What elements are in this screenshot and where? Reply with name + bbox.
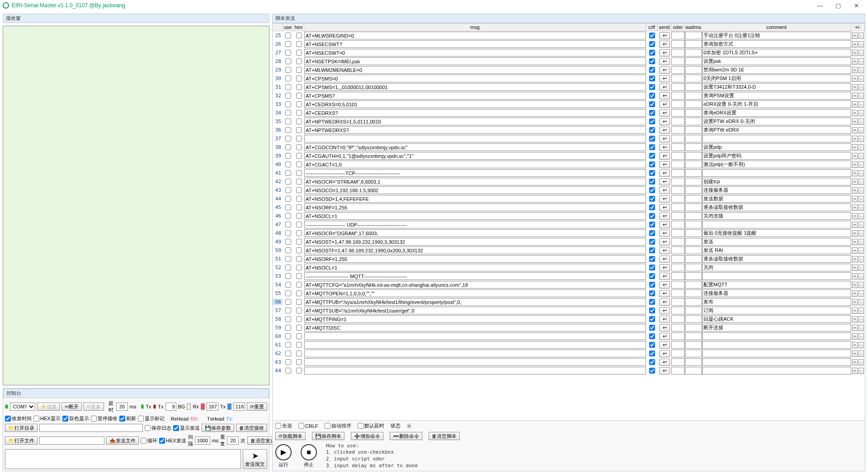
waitms-input[interactable] [685,75,702,82]
waitms-input[interactable] [685,57,702,65]
add-row-button[interactable]: + [852,368,858,374]
waitms-input[interactable] [685,255,702,263]
msg-input[interactable] [304,195,646,203]
use-checkbox[interactable] [285,67,291,73]
crlf-checkbox[interactable] [649,58,655,64]
crlf-checkbox[interactable] [649,282,655,288]
stop-button[interactable]: ■ [301,444,317,460]
hex-checkbox[interactable] [296,222,302,228]
oder-input[interactable] [671,49,685,57]
use-checkbox[interactable] [285,196,291,202]
send-row-button[interactable]: ↩ [659,230,670,237]
msg-input[interactable] [304,143,646,151]
crlf-checkbox[interactable] [649,325,655,331]
waitms-input[interactable] [685,324,702,332]
crlf-checkbox[interactable] [649,33,655,38]
hex-checkbox[interactable] [296,179,302,185]
send-row-button[interactable]: ↩ [659,264,670,271]
hex-checkbox[interactable] [296,76,302,81]
msg-input[interactable] [304,246,646,254]
crlf-checkbox[interactable] [649,41,655,47]
send-row-button[interactable]: ↩ [659,170,670,177]
add-row-button[interactable]: + [852,179,858,185]
oder-input[interactable] [671,341,685,349]
open-file-button[interactable]: 📁 打开文件 [5,436,38,445]
remove-row-button[interactable]: - [859,239,864,245]
add-row-button[interactable]: + [852,33,858,39]
hex-checkbox[interactable] [296,93,302,99]
send-row-button[interactable]: ↩ [659,316,670,323]
remove-row-button[interactable]: - [859,342,864,348]
crlf-checkbox[interactable] [649,196,655,202]
comment-input[interactable] [702,32,851,39]
crlf-checkbox[interactable] [649,342,655,348]
send-message-button[interactable]: ➤ 发送报文 [243,449,267,469]
msg-input[interactable] [304,135,646,142]
remove-row-button[interactable]: - [859,179,864,185]
hex-checkbox[interactable] [296,153,302,159]
msg-input[interactable] [304,66,646,74]
oder-input[interactable] [671,40,685,48]
add-row-button[interactable]: + [852,308,858,314]
add-row-button[interactable]: + [852,58,858,65]
comment-input[interactable] [702,204,851,211]
send-row-button[interactable]: ↩ [659,341,670,349]
comment-input[interactable] [702,40,851,48]
send-row-button[interactable]: ↩ [659,101,670,108]
hex-checkbox[interactable] [296,333,302,339]
oder-input[interactable] [671,229,685,237]
clear-script-button[interactable]: 🗑 清空脚本 [429,432,460,440]
receive-textarea[interactable] [3,26,269,385]
comment-input[interactable] [702,307,851,314]
hex-display-checkbox[interactable]: HEX显示 [33,415,61,422]
comment-input[interactable] [702,315,851,323]
dir-input[interactable] [39,424,143,432]
send-row-button[interactable]: ↩ [659,247,670,254]
remove-row-button[interactable]: - [859,110,864,116]
crlf-checkbox[interactable] [649,153,655,159]
remove-row-button[interactable]: - [859,299,864,305]
comment-input[interactable] [702,298,851,306]
waitms-input[interactable] [685,221,702,228]
send-row-button[interactable]: ↩ [659,256,670,263]
remove-row-button[interactable]: - [859,273,864,280]
waitms-input[interactable] [685,49,702,57]
waitms-input[interactable] [685,298,702,306]
hex-checkbox[interactable] [296,161,302,167]
send-row-button[interactable]: ↩ [659,92,670,100]
send-row-button[interactable]: ↩ [659,273,670,280]
remove-row-button[interactable]: - [859,84,864,90]
add-row-button[interactable]: + [852,196,858,202]
remove-row-button[interactable]: - [859,41,864,47]
send-row-button[interactable]: ↩ [659,178,670,185]
waitms-input[interactable] [685,169,702,177]
more-button[interactable]: ⟳ 更多 [84,403,104,411]
use-checkbox[interactable] [285,247,291,253]
add-row-button[interactable]: + [852,213,858,219]
use-checkbox[interactable] [285,170,291,176]
msg-input[interactable] [304,341,646,349]
msg-input[interactable] [304,152,646,160]
remove-row-button[interactable]: - [859,127,864,133]
comment-input[interactable] [702,246,851,254]
hex-checkbox[interactable] [296,127,302,133]
comment-input[interactable] [702,212,851,220]
hex-checkbox[interactable] [296,359,302,365]
waitms-input[interactable] [685,178,702,185]
add-row-button[interactable]: + [852,161,858,168]
waitms-input[interactable] [685,332,702,340]
oder-input[interactable] [671,178,685,185]
use-checkbox[interactable] [285,213,291,219]
add-row-button[interactable]: + [852,93,858,99]
hex-checkbox[interactable] [296,67,302,73]
waitms-input[interactable] [685,272,702,280]
waitms-input[interactable] [685,195,702,203]
add-row-button[interactable]: + [852,101,858,108]
waitms-input[interactable] [685,238,702,246]
waitms-input[interactable] [685,161,702,168]
add-row-button[interactable]: + [852,299,858,305]
add-row-button[interactable]: + [852,359,858,365]
send-row-button[interactable]: ↩ [659,152,670,160]
loop-checkbox[interactable]: 循环 [141,437,157,444]
add-row-button[interactable]: + [852,247,858,254]
